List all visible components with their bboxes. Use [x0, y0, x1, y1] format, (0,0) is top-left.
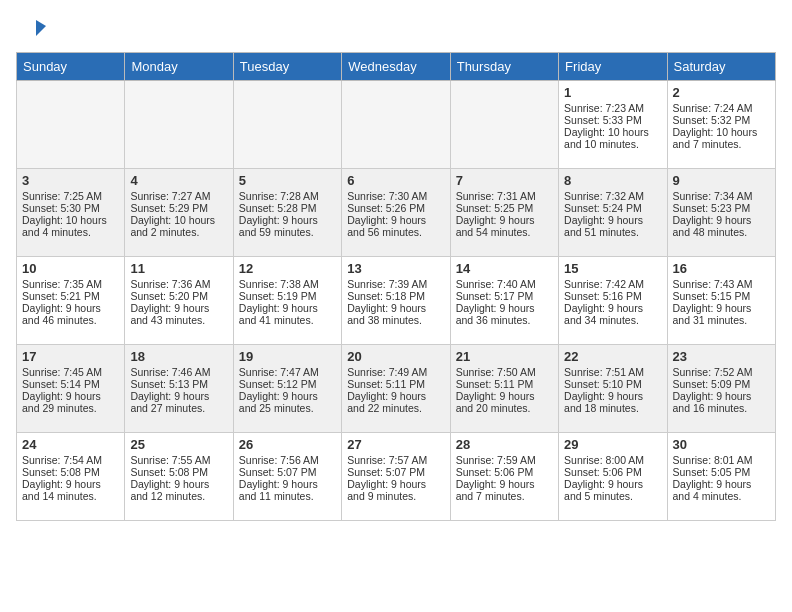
calendar-table: SundayMondayTuesdayWednesdayThursdayFrid…	[16, 52, 776, 521]
calendar-cell: 1Sunrise: 7:23 AMSunset: 5:33 PMDaylight…	[559, 81, 667, 169]
calendar-cell: 21Sunrise: 7:50 AMSunset: 5:11 PMDayligh…	[450, 345, 558, 433]
day-info: Daylight: 10 hours and 10 minutes.	[564, 126, 661, 150]
weekday-header-sunday: Sunday	[17, 53, 125, 81]
calendar-cell: 26Sunrise: 7:56 AMSunset: 5:07 PMDayligh…	[233, 433, 341, 521]
day-number: 25	[130, 437, 227, 452]
day-info: Sunset: 5:07 PM	[347, 466, 444, 478]
day-info: Sunset: 5:06 PM	[564, 466, 661, 478]
day-info: Sunset: 5:16 PM	[564, 290, 661, 302]
day-info: Sunrise: 7:56 AM	[239, 454, 336, 466]
weekday-header-friday: Friday	[559, 53, 667, 81]
day-number: 26	[239, 437, 336, 452]
day-info: Daylight: 9 hours and 7 minutes.	[456, 478, 553, 502]
day-info: Sunrise: 7:49 AM	[347, 366, 444, 378]
weekday-header-saturday: Saturday	[667, 53, 775, 81]
day-number: 5	[239, 173, 336, 188]
day-info: Daylight: 9 hours and 11 minutes.	[239, 478, 336, 502]
calendar-cell: 9Sunrise: 7:34 AMSunset: 5:23 PMDaylight…	[667, 169, 775, 257]
day-number: 27	[347, 437, 444, 452]
calendar-cell: 12Sunrise: 7:38 AMSunset: 5:19 PMDayligh…	[233, 257, 341, 345]
calendar-cell: 17Sunrise: 7:45 AMSunset: 5:14 PMDayligh…	[17, 345, 125, 433]
day-info: Daylight: 9 hours and 38 minutes.	[347, 302, 444, 326]
day-info: Sunrise: 7:52 AM	[673, 366, 770, 378]
day-info: Sunrise: 7:45 AM	[22, 366, 119, 378]
day-number: 28	[456, 437, 553, 452]
calendar-cell: 19Sunrise: 7:47 AMSunset: 5:12 PMDayligh…	[233, 345, 341, 433]
day-info: Sunset: 5:23 PM	[673, 202, 770, 214]
day-info: Sunset: 5:09 PM	[673, 378, 770, 390]
day-info: Sunrise: 7:35 AM	[22, 278, 119, 290]
day-info: Sunset: 5:32 PM	[673, 114, 770, 126]
day-info: Daylight: 9 hours and 59 minutes.	[239, 214, 336, 238]
calendar-header-row: SundayMondayTuesdayWednesdayThursdayFrid…	[17, 53, 776, 81]
calendar-cell: 14Sunrise: 7:40 AMSunset: 5:17 PMDayligh…	[450, 257, 558, 345]
calendar-cell: 28Sunrise: 7:59 AMSunset: 5:06 PMDayligh…	[450, 433, 558, 521]
weekday-header-wednesday: Wednesday	[342, 53, 450, 81]
day-info: Daylight: 9 hours and 27 minutes.	[130, 390, 227, 414]
day-info: Sunset: 5:24 PM	[564, 202, 661, 214]
day-info: Sunset: 5:21 PM	[22, 290, 119, 302]
day-info: Sunrise: 7:32 AM	[564, 190, 661, 202]
day-info: Sunset: 5:15 PM	[673, 290, 770, 302]
logo	[16, 16, 52, 48]
calendar-cell: 13Sunrise: 7:39 AMSunset: 5:18 PMDayligh…	[342, 257, 450, 345]
day-info: Daylight: 9 hours and 20 minutes.	[456, 390, 553, 414]
day-info: Sunset: 5:29 PM	[130, 202, 227, 214]
day-info: Sunrise: 7:40 AM	[456, 278, 553, 290]
day-info: Sunrise: 7:25 AM	[22, 190, 119, 202]
day-info: Daylight: 10 hours and 4 minutes.	[22, 214, 119, 238]
day-info: Sunrise: 8:00 AM	[564, 454, 661, 466]
day-info: Sunrise: 7:27 AM	[130, 190, 227, 202]
day-number: 30	[673, 437, 770, 452]
day-info: Sunset: 5:20 PM	[130, 290, 227, 302]
day-info: Sunrise: 7:55 AM	[130, 454, 227, 466]
day-info: Sunset: 5:17 PM	[456, 290, 553, 302]
day-info: Sunset: 5:11 PM	[347, 378, 444, 390]
day-info: Daylight: 9 hours and 14 minutes.	[22, 478, 119, 502]
calendar-cell: 7Sunrise: 7:31 AMSunset: 5:25 PMDaylight…	[450, 169, 558, 257]
calendar-cell: 3Sunrise: 7:25 AMSunset: 5:30 PMDaylight…	[17, 169, 125, 257]
calendar-cell: 16Sunrise: 7:43 AMSunset: 5:15 PMDayligh…	[667, 257, 775, 345]
page-header	[16, 16, 776, 48]
day-info: Sunset: 5:14 PM	[22, 378, 119, 390]
day-number: 23	[673, 349, 770, 364]
day-info: Sunrise: 7:42 AM	[564, 278, 661, 290]
calendar-week-2: 3Sunrise: 7:25 AMSunset: 5:30 PMDaylight…	[17, 169, 776, 257]
day-number: 12	[239, 261, 336, 276]
day-info: Sunrise: 7:46 AM	[130, 366, 227, 378]
day-info: Sunrise: 7:54 AM	[22, 454, 119, 466]
calendar-cell: 4Sunrise: 7:27 AMSunset: 5:29 PMDaylight…	[125, 169, 233, 257]
svg-marker-1	[36, 20, 46, 36]
day-info: Daylight: 10 hours and 7 minutes.	[673, 126, 770, 150]
calendar-cell: 5Sunrise: 7:28 AMSunset: 5:28 PMDaylight…	[233, 169, 341, 257]
day-number: 22	[564, 349, 661, 364]
day-info: Sunset: 5:07 PM	[239, 466, 336, 478]
weekday-header-thursday: Thursday	[450, 53, 558, 81]
calendar-week-3: 10Sunrise: 7:35 AMSunset: 5:21 PMDayligh…	[17, 257, 776, 345]
day-info: Sunrise: 7:59 AM	[456, 454, 553, 466]
calendar-cell: 6Sunrise: 7:30 AMSunset: 5:26 PMDaylight…	[342, 169, 450, 257]
day-number: 4	[130, 173, 227, 188]
day-info: Sunrise: 7:57 AM	[347, 454, 444, 466]
day-info: Sunset: 5:26 PM	[347, 202, 444, 214]
day-number: 10	[22, 261, 119, 276]
day-info: Daylight: 9 hours and 48 minutes.	[673, 214, 770, 238]
day-info: Daylight: 9 hours and 34 minutes.	[564, 302, 661, 326]
day-number: 19	[239, 349, 336, 364]
day-info: Daylight: 9 hours and 51 minutes.	[564, 214, 661, 238]
calendar-cell: 10Sunrise: 7:35 AMSunset: 5:21 PMDayligh…	[17, 257, 125, 345]
day-info: Sunrise: 7:23 AM	[564, 102, 661, 114]
calendar-cell: 11Sunrise: 7:36 AMSunset: 5:20 PMDayligh…	[125, 257, 233, 345]
day-info: Daylight: 9 hours and 9 minutes.	[347, 478, 444, 502]
day-info: Daylight: 9 hours and 25 minutes.	[239, 390, 336, 414]
day-info: Sunset: 5:10 PM	[564, 378, 661, 390]
weekday-header-tuesday: Tuesday	[233, 53, 341, 81]
day-info: Sunset: 5:05 PM	[673, 466, 770, 478]
day-info: Sunset: 5:08 PM	[130, 466, 227, 478]
day-info: Sunset: 5:13 PM	[130, 378, 227, 390]
day-number: 1	[564, 85, 661, 100]
day-number: 15	[564, 261, 661, 276]
day-info: Sunrise: 7:43 AM	[673, 278, 770, 290]
calendar-cell: 20Sunrise: 7:49 AMSunset: 5:11 PMDayligh…	[342, 345, 450, 433]
day-number: 29	[564, 437, 661, 452]
